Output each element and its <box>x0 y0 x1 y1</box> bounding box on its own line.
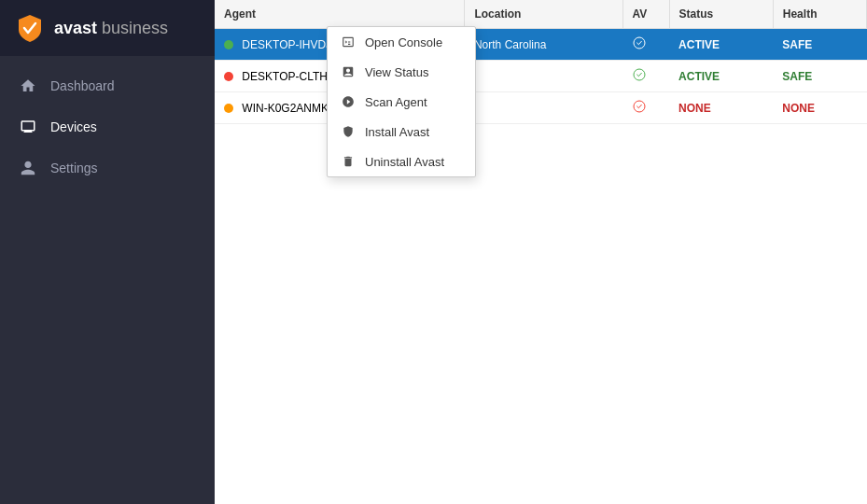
home-icon <box>19 77 37 95</box>
sidebar-item-devices[interactable]: Devices <box>0 106 215 147</box>
av-check-icon <box>632 67 647 82</box>
table-row[interactable]: DESKTOP-CLTHLSN ACTIVE SAFE <box>215 61 867 92</box>
context-menu-label-view-status: View Status <box>365 65 428 79</box>
logo-area: avast business <box>0 0 215 56</box>
status-dot-orange <box>224 104 233 113</box>
cell-status: ACTIVE <box>669 29 773 61</box>
logo-text: avast business <box>54 19 168 38</box>
context-menu-label-scan-agent: Scan Agent <box>365 95 427 109</box>
svg-point-0 <box>634 37 645 49</box>
cell-status: ACTIVE <box>669 61 773 92</box>
cell-location <box>465 92 622 124</box>
status-dot-green <box>224 40 233 49</box>
person-icon <box>19 159 37 177</box>
table-header-row: Agent Location AV Status Health <box>215 0 867 29</box>
col-agent: Agent <box>215 0 465 29</box>
cell-health: NONE <box>773 92 866 124</box>
context-menu-item-install-avast[interactable]: Install Avast <box>328 117 475 147</box>
sidebar-nav: Dashboard Devices Settings <box>0 65 215 189</box>
status-icon <box>341 64 356 79</box>
col-health: Health <box>773 0 866 29</box>
col-av: AV <box>622 0 669 29</box>
context-menu-item-uninstall-avast[interactable]: Uninstall Avast <box>328 147 475 176</box>
context-menu-item-open-console[interactable]: Open Console <box>328 27 475 57</box>
cell-location: North Carolina <box>465 29 622 61</box>
svg-point-1 <box>634 69 645 80</box>
av-check-icon <box>632 35 647 50</box>
sidebar-item-dashboard[interactable]: Dashboard <box>0 65 215 106</box>
context-menu-item-scan-agent[interactable]: Scan Agent <box>328 87 475 117</box>
devices-table: Agent Location AV Status Health DESKTOP-… <box>215 0 867 124</box>
status-dot-red <box>224 72 233 81</box>
col-location: Location <box>465 0 622 29</box>
sidebar-item-devices-label: Devices <box>50 119 97 134</box>
monitor-icon <box>19 118 37 136</box>
sidebar: avast business Dashboard Devices Setting… <box>0 0 215 504</box>
trash-icon <box>341 154 356 169</box>
table-row[interactable]: WIN-K0G2ANMK7U NONE NONE <box>215 92 867 124</box>
cell-av <box>622 61 669 92</box>
cell-location <box>465 61 622 92</box>
sidebar-item-settings-label: Settings <box>50 161 98 175</box>
console-icon <box>341 35 356 49</box>
cell-status: NONE <box>669 92 773 124</box>
main-content: Agent Location AV Status Health DESKTOP-… <box>215 0 867 504</box>
cell-health: SAFE <box>773 29 866 61</box>
svg-point-2 <box>634 101 645 112</box>
table-row[interactable]: DESKTOP-IHVDJJ2 North Carolina ACTIVE SA… <box>215 29 867 61</box>
scan-icon <box>341 94 356 109</box>
context-menu: Open Console View Status Scan Agent <box>327 26 476 177</box>
table-container: Agent Location AV Status Health DESKTOP-… <box>215 0 867 504</box>
cell-health: SAFE <box>773 61 866 92</box>
context-menu-label-install-avast: Install Avast <box>365 125 429 139</box>
cell-av <box>622 92 669 124</box>
context-menu-label-open-console: Open Console <box>365 35 442 49</box>
context-menu-item-view-status[interactable]: View Status <box>328 57 475 87</box>
sidebar-item-settings[interactable]: Settings <box>0 147 215 189</box>
col-status: Status <box>669 0 773 29</box>
shield-icon <box>341 124 356 139</box>
context-menu-label-uninstall-avast: Uninstall Avast <box>365 155 444 169</box>
cell-av <box>622 29 669 61</box>
av-check-icon <box>632 99 647 114</box>
sidebar-item-dashboard-label: Dashboard <box>50 78 115 93</box>
avast-logo-icon <box>15 13 45 43</box>
